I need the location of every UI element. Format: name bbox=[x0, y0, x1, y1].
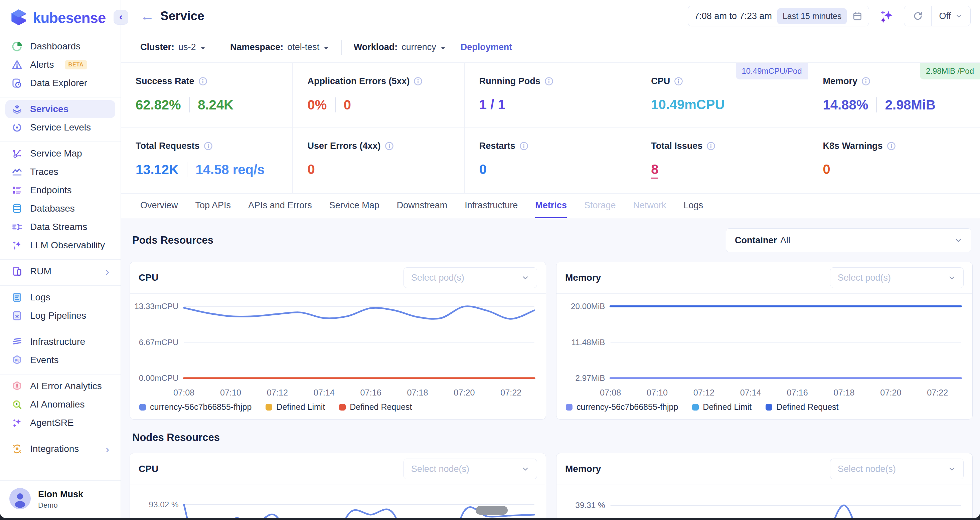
pods-cpu-chart[interactable]: 13.33mCPU6.67mCPU0.00mCPU07:0807:1007:12… bbox=[133, 296, 541, 401]
sidebar-item-log-pipelines[interactable]: Log Pipelines bbox=[5, 307, 115, 325]
sidebar-item-integrations[interactable]: Integrations› bbox=[5, 440, 115, 458]
time-preset-badge[interactable]: Last 15 minutes bbox=[777, 8, 847, 24]
filter-cluster[interactable]: Cluster:us-2 bbox=[140, 42, 206, 52]
info-icon[interactable] bbox=[414, 77, 423, 86]
sidebar-item-alerts[interactable]: AlertsBETA bbox=[5, 56, 115, 74]
sidebar-item-databases[interactable]: Databases bbox=[5, 200, 115, 217]
time-range-picker[interactable]: 7:08 am to 7:23 am Last 15 minutes bbox=[688, 6, 869, 26]
info-icon[interactable] bbox=[519, 141, 528, 151]
legend-swatch bbox=[339, 404, 346, 411]
sidebar-item-ai-error-analytics[interactable]: AI Error Analytics bbox=[5, 377, 115, 395]
svg-text:07:18: 07:18 bbox=[407, 388, 428, 397]
sidebar-item-infrastructure[interactable]: Infrastructure bbox=[5, 333, 115, 351]
time-range-text: 7:08 am to 7:23 am bbox=[694, 11, 772, 21]
app-window: kubesense DashboardsAlertsBETAData Explo… bbox=[0, 0, 980, 518]
sidebar-item-label: Traces bbox=[30, 166, 59, 177]
tab-downstream[interactable]: Downstream bbox=[397, 193, 447, 219]
info-icon[interactable] bbox=[887, 141, 896, 151]
legend-item[interactable]: Defined Request bbox=[765, 402, 838, 412]
calendar-icon[interactable] bbox=[852, 11, 863, 21]
tab-infrastructure[interactable]: Infrastructure bbox=[465, 193, 518, 219]
sidebar-item-label: Service Map bbox=[30, 148, 82, 159]
sidebar-item-services[interactable]: Services bbox=[5, 100, 115, 118]
sidebar-item-data-streams[interactable]: Data Streams bbox=[5, 218, 115, 236]
filter-workload[interactable]: Workload:currency bbox=[354, 42, 446, 52]
tab-overview[interactable]: Overview bbox=[140, 193, 178, 219]
sidebar-item-rum[interactable]: RUM› bbox=[5, 262, 115, 281]
metric-values: 0 bbox=[479, 162, 621, 177]
legend-item[interactable]: Defined Limit bbox=[266, 402, 325, 412]
svg-text:07:16: 07:16 bbox=[360, 388, 382, 397]
chart-head: MemorySelect pod(s) bbox=[557, 262, 972, 294]
metric-title-text: K8s Warnings bbox=[823, 141, 883, 151]
legend-item[interactable]: currency-56c7b66855-fhjpp bbox=[139, 402, 251, 412]
filter-value: currency bbox=[401, 42, 436, 52]
svg-text:13.33mCPU: 13.33mCPU bbox=[134, 302, 178, 311]
select-placeholder: Select pod(s) bbox=[411, 273, 464, 283]
sidebar-item-service-map[interactable]: Service Map bbox=[5, 144, 115, 163]
ai-sparkle-button[interactable] bbox=[878, 7, 895, 25]
pods-memory-chart[interactable]: 20.00MiB11.48MiB2.97MiB07:0807:1007:1207… bbox=[559, 296, 968, 401]
sidebar-item-endpoints[interactable]: Endpoints bbox=[5, 181, 115, 199]
info-icon[interactable] bbox=[544, 77, 554, 86]
metric-title-text: Success Rate bbox=[135, 76, 194, 86]
horizontal-scrollbar-thumb[interactable] bbox=[476, 506, 508, 515]
svg-text:2.97MiB: 2.97MiB bbox=[576, 374, 605, 382]
sidebar-item-service-levels[interactable]: Service Levels bbox=[5, 119, 115, 136]
info-icon[interactable] bbox=[861, 77, 870, 86]
sidebar-item-agentsre[interactable]: AgentSRE bbox=[5, 414, 115, 432]
metric-value: 0% bbox=[307, 97, 327, 113]
info-icon[interactable] bbox=[706, 141, 716, 151]
container-select[interactable]: Container All bbox=[726, 228, 971, 252]
sidebar-collapse-button[interactable]: ‹ bbox=[114, 10, 128, 25]
chevron-down-icon bbox=[948, 274, 956, 282]
chart-head: MemorySelect node(s) bbox=[557, 453, 972, 485]
pod-selector[interactable]: Select pod(s) bbox=[830, 267, 964, 288]
sidebar-item-data-explorer[interactable]: Data Explorer bbox=[5, 74, 115, 92]
metric-value[interactable]: 8 bbox=[651, 162, 659, 179]
divider bbox=[341, 40, 342, 55]
auto-refresh-dropdown[interactable]: Off bbox=[932, 11, 970, 21]
chevron-down-icon bbox=[948, 465, 956, 473]
tab-apis-and-errors[interactable]: APIs and Errors bbox=[248, 193, 312, 219]
caret-down-icon bbox=[440, 45, 446, 50]
refresh-button[interactable] bbox=[904, 6, 932, 26]
metric-value: 10.49mCPU bbox=[651, 97, 724, 112]
tab-top-apis[interactable]: Top APIs bbox=[196, 193, 231, 219]
deployment-link[interactable]: Deployment bbox=[461, 42, 512, 52]
tab-service-map[interactable]: Service Map bbox=[329, 193, 379, 219]
sidebar-item-events[interactable]: K8Events bbox=[5, 351, 115, 369]
sidebar-item-dashboards[interactable]: Dashboards bbox=[5, 37, 115, 55]
legend-item[interactable]: Defined Limit bbox=[692, 402, 751, 412]
back-arrow-icon[interactable]: ← bbox=[140, 9, 154, 23]
pod-selector[interactable]: Select pod(s) bbox=[404, 267, 537, 288]
filter-namespace[interactable]: Namespace:otel-test bbox=[230, 42, 329, 52]
beta-badge: BETA bbox=[65, 60, 88, 70]
sidebar-item-ai-anomalies[interactable]: AI Anomalies bbox=[5, 395, 115, 414]
user-profile[interactable]: Elon Musk Demo bbox=[0, 480, 121, 518]
node-selector[interactable]: Select node(s) bbox=[404, 458, 537, 479]
metric-values: 1 / 1 bbox=[479, 97, 621, 112]
nodes-memory-chart[interactable]: 39.31 %39.07 %07:0807:1007:1207:1407:160… bbox=[559, 487, 968, 518]
tab-metrics[interactable]: Metrics bbox=[535, 193, 567, 219]
service-map-icon bbox=[11, 148, 23, 159]
sidebar-item-traces[interactable]: Traces bbox=[5, 163, 115, 181]
main-area: ← Service 7:08 am to 7:23 am Last 15 min… bbox=[121, 0, 980, 518]
sidebar-item-label: AgentSRE bbox=[30, 417, 74, 428]
tab-network: Network bbox=[633, 193, 666, 219]
metric-card-title: Total Requests bbox=[135, 141, 278, 151]
info-icon[interactable] bbox=[674, 77, 683, 86]
sidebar-item-label: Events bbox=[30, 355, 59, 365]
node-selector[interactable]: Select node(s) bbox=[830, 458, 964, 479]
info-icon[interactable] bbox=[199, 77, 207, 86]
sidebar-item-llm-observability[interactable]: LLM Observability bbox=[5, 236, 115, 254]
sidebar-item-logs[interactable]: Logs bbox=[5, 289, 115, 306]
info-icon[interactable] bbox=[385, 141, 394, 151]
legend-item[interactable]: currency-56c7b66855-fhjpp bbox=[566, 402, 678, 412]
info-icon[interactable] bbox=[204, 141, 213, 151]
tab-logs[interactable]: Logs bbox=[684, 193, 703, 219]
legend-item[interactable]: Defined Request bbox=[339, 402, 412, 412]
sidebar-nav: DashboardsAlertsBETAData ExplorerService… bbox=[0, 31, 121, 480]
metric-card-title: Application Errors (5xx) bbox=[307, 76, 449, 86]
metric-title-text: Total Requests bbox=[135, 141, 200, 151]
